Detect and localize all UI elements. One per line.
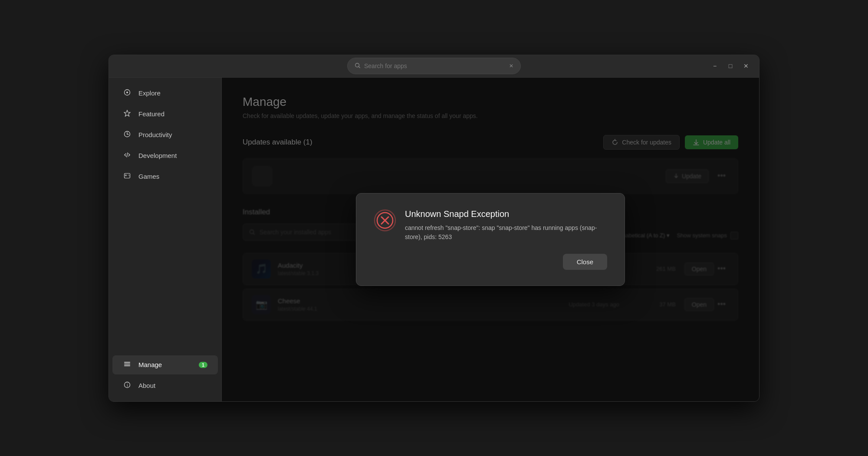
productivity-icon bbox=[123, 131, 132, 139]
minimize-button[interactable]: − bbox=[709, 60, 721, 72]
featured-icon bbox=[123, 110, 132, 118]
dialog-close-button[interactable]: Close bbox=[563, 254, 607, 270]
search-input[interactable] bbox=[364, 62, 506, 69]
about-icon: i bbox=[123, 381, 132, 390]
sidebar-label-games: Games bbox=[138, 173, 159, 180]
svg-line-9 bbox=[125, 154, 126, 155]
error-icon bbox=[374, 209, 396, 232]
svg-line-12 bbox=[127, 153, 128, 157]
development-icon bbox=[123, 151, 132, 160]
svg-rect-19 bbox=[124, 364, 130, 364]
close-button[interactable]: ✕ bbox=[740, 60, 752, 72]
svg-rect-18 bbox=[124, 362, 130, 363]
sidebar: Explore Featured Product bbox=[109, 78, 222, 401]
window-controls: − □ ✕ bbox=[709, 60, 752, 72]
sidebar-label-manage: Manage bbox=[138, 361, 162, 368]
manage-icon bbox=[123, 361, 132, 369]
sidebar-label-about: About bbox=[138, 382, 155, 389]
clear-search-icon[interactable]: ✕ bbox=[509, 63, 513, 69]
svg-rect-20 bbox=[124, 365, 130, 366]
explore-icon bbox=[123, 89, 132, 98]
content-area: Manage Check for available updates, upda… bbox=[222, 78, 759, 401]
svg-line-11 bbox=[128, 155, 130, 156]
sidebar-label-development: Development bbox=[138, 152, 177, 159]
sidebar-item-about[interactable]: i About bbox=[112, 376, 218, 395]
sidebar-item-productivity[interactable]: Productivity bbox=[112, 125, 218, 144]
app-window: ✕ − □ ✕ Explore bbox=[108, 55, 760, 402]
sidebar-item-explore[interactable]: Explore bbox=[112, 84, 218, 103]
sidebar-item-featured[interactable]: Featured bbox=[112, 105, 218, 124]
main-layout: Explore Featured Product bbox=[109, 78, 759, 401]
sidebar-item-development[interactable]: Development bbox=[112, 146, 218, 165]
search-icon bbox=[355, 62, 361, 70]
games-icon bbox=[123, 172, 132, 181]
sidebar-item-manage[interactable]: Manage 1 bbox=[112, 355, 218, 374]
svg-point-16 bbox=[128, 174, 129, 175]
maximize-button[interactable]: □ bbox=[724, 60, 736, 72]
dialog-header: Unknown Snapd Exception cannot refresh "… bbox=[374, 209, 607, 242]
titlebar: ✕ − □ ✕ bbox=[109, 55, 759, 78]
dialog-overlay: Unknown Snapd Exception cannot refresh "… bbox=[222, 78, 759, 401]
sidebar-label-productivity: Productivity bbox=[138, 131, 172, 138]
sidebar-item-games[interactable]: Games bbox=[112, 167, 218, 186]
error-dialog: Unknown Snapd Exception cannot refresh "… bbox=[356, 193, 625, 286]
dialog-text: Unknown Snapd Exception cannot refresh "… bbox=[405, 209, 607, 242]
search-bar[interactable]: ✕ bbox=[347, 58, 521, 74]
dialog-footer: Close bbox=[374, 254, 607, 270]
svg-marker-4 bbox=[124, 110, 130, 116]
dialog-message: cannot refresh "snap-store": snap "snap-… bbox=[405, 223, 607, 242]
svg-line-1 bbox=[358, 66, 360, 68]
sidebar-spacer bbox=[109, 187, 221, 354]
svg-text:i: i bbox=[127, 383, 128, 387]
sidebar-label-explore: Explore bbox=[138, 89, 161, 97]
svg-point-17 bbox=[129, 175, 130, 176]
svg-point-3 bbox=[126, 92, 128, 93]
dialog-title: Unknown Snapd Exception bbox=[405, 209, 607, 219]
manage-badge: 1 bbox=[199, 362, 207, 368]
sidebar-label-featured: Featured bbox=[138, 110, 164, 118]
